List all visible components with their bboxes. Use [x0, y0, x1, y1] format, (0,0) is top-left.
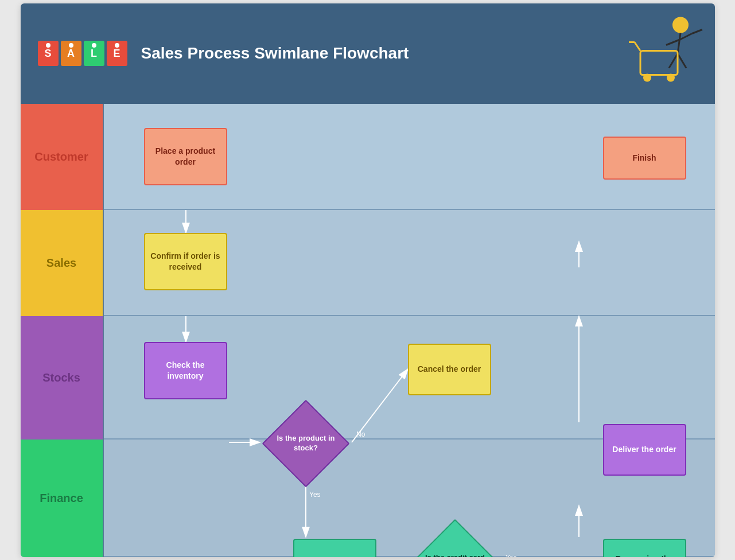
node-stock-diamond: Is the product in stock?	[259, 412, 353, 475]
lane-label-customer: Customer	[21, 104, 104, 210]
node-processing-payment: Processing the payment	[603, 539, 686, 557]
svg-line-7	[635, 42, 640, 51]
sale-tag-a: A	[61, 41, 81, 66]
sale-tag-e: E	[107, 41, 127, 66]
diagram-content: Yes No Yes Place a product order Finish …	[104, 104, 715, 557]
svg-line-5	[680, 34, 692, 40]
lane-labels: Customer Sales Stocks Finance	[21, 104, 104, 557]
node-deliver-order: Deliver the order	[603, 424, 686, 476]
main-container: S A L E Sales Process Swimlane Flowchart	[21, 3, 715, 557]
lane-label-finance: Finance	[21, 440, 104, 557]
sale-tag-s: S	[38, 41, 59, 66]
node-check-cc: Check credit card	[293, 539, 376, 557]
svg-line-11	[692, 30, 702, 34]
header: S A L E Sales Process Swimlane Flowchart	[21, 3, 715, 104]
lane-label-stocks: Stocks	[21, 316, 104, 440]
node-cc-diamond: Is the credit card valid?	[408, 531, 503, 557]
node-place-order: Place a product order	[144, 128, 227, 185]
sale-logo: S A L E	[38, 41, 127, 66]
svg-point-0	[672, 17, 689, 33]
lane-label-sales: Sales	[21, 210, 104, 316]
node-confirm-order: Confirm if order is received	[144, 233, 227, 290]
page-title: Sales Process Swimlane Flowchart	[141, 44, 409, 63]
svg-line-1	[678, 33, 680, 54]
svg-line-2	[669, 54, 678, 68]
swimlane-diagram: Customer Sales Stocks Finance	[21, 104, 715, 557]
svg-point-9	[643, 74, 651, 82]
shopping-illustration	[623, 8, 703, 99]
sale-tag-l: L	[84, 41, 104, 66]
node-check-inventory: Check the inventory	[144, 342, 227, 399]
node-cancel-order: Cancel the order	[408, 344, 491, 395]
svg-point-10	[667, 74, 675, 82]
svg-line-3	[678, 54, 686, 68]
node-finish: Finish	[603, 137, 686, 180]
